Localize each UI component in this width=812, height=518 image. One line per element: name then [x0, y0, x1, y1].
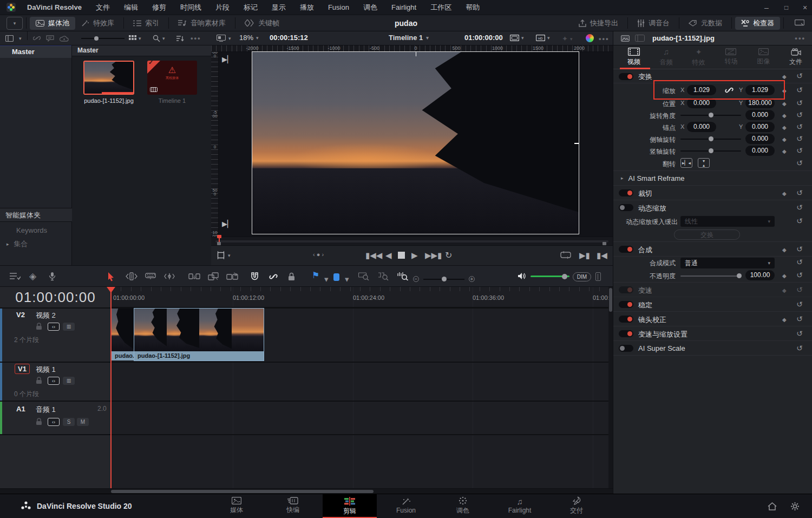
- v1-badge[interactable]: V1: [15, 364, 30, 374]
- razor-tool[interactable]: [145, 272, 156, 280]
- marker-icon[interactable]: [333, 273, 339, 281]
- rotation-reset-icon[interactable]: ↺: [796, 110, 803, 119]
- hscrollbar-thumb[interactable]: [111, 490, 374, 493]
- go-to-first-frame-button[interactable]: ▮◀◀: [365, 251, 382, 260]
- stop-button[interactable]: [398, 252, 405, 259]
- selection-tool[interactable]: [107, 272, 115, 281]
- volume-slider[interactable]: [531, 276, 569, 277]
- effects-library-button[interactable]: 特效库: [75, 17, 120, 30]
- tab-video[interactable]: 视频: [618, 45, 650, 69]
- transform-keyframe-icon[interactable]: ◆: [782, 74, 787, 80]
- composite-reset-icon[interactable]: ↺: [796, 245, 803, 253]
- stabilization-toggle[interactable]: [619, 301, 633, 308]
- timeline-zoom-slider[interactable]: [423, 279, 464, 280]
- retime-keyframe-icon[interactable]: ◆: [782, 287, 787, 293]
- meter-icon[interactable]: [595, 272, 601, 281]
- flip-vertical-button[interactable]: ▾▴: [698, 158, 710, 168]
- breadcrumb[interactable]: Master: [72, 45, 211, 56]
- ease-dropdown[interactable]: 线性▾: [680, 216, 775, 227]
- v2-filmstrip-button[interactable]: ▥: [63, 323, 75, 331]
- v2-lock-icon[interactable]: [36, 323, 42, 330]
- flag-chevron[interactable]: ▾: [324, 275, 329, 284]
- zoom-full-icon[interactable]: [378, 272, 389, 280]
- zoom-custom-icon[interactable]: [397, 272, 408, 280]
- tab-effects[interactable]: ✦特效: [683, 45, 715, 69]
- opacity-keyframe-icon[interactable]: ◆: [782, 273, 787, 279]
- scale-x-input[interactable]: 1.029: [687, 85, 716, 95]
- anchor-y-input[interactable]: 0.000: [745, 122, 775, 132]
- media-clip-pudao-name[interactable]: pudao-[1-1152].jpg: [68, 97, 149, 104]
- timeline-playhead-marker[interactable]: [107, 287, 115, 293]
- yaw-reset-icon[interactable]: ↺: [796, 146, 803, 155]
- opacity-reset-icon[interactable]: ↺: [796, 271, 803, 279]
- a1-badge[interactable]: A1: [16, 405, 25, 413]
- transform-toggle[interactable]: [619, 73, 633, 80]
- dynamic-zoom-toggle[interactable]: [619, 204, 633, 211]
- menu-mark[interactable]: 标记: [237, 3, 265, 12]
- scale-y-input[interactable]: 1.029: [745, 85, 775, 95]
- play-from-in-icon[interactable]: ▮◀: [597, 251, 607, 260]
- source-mode-button[interactable]: ▾: [217, 35, 231, 42]
- lens-correction-toggle[interactable]: [619, 316, 633, 323]
- index-button[interactable]: 索引: [127, 17, 165, 30]
- pitch-reset-icon[interactable]: ↺: [796, 134, 803, 143]
- home-icon[interactable]: [768, 502, 777, 510]
- menu-clip[interactable]: 片段: [208, 3, 237, 12]
- window-close-button[interactable]: ×: [803, 3, 807, 12]
- super-scale-toggle[interactable]: [619, 345, 633, 352]
- page-edit[interactable]: 剪辑: [323, 494, 377, 518]
- retime-scaling-toggle[interactable]: [619, 330, 633, 337]
- retime-scaling-reset-icon[interactable]: ↺: [796, 329, 803, 338]
- a1-mute-button[interactable]: M: [77, 418, 89, 426]
- pitch-keyframe-icon[interactable]: ◆: [782, 136, 787, 142]
- v1-autoselect-button[interactable]: ‹›: [48, 377, 60, 385]
- menu-view[interactable]: 显示: [265, 3, 293, 12]
- anchor-x-input[interactable]: 0.000: [687, 122, 716, 132]
- v2-badge[interactable]: V2: [16, 311, 25, 319]
- clip-image-icon[interactable]: [621, 35, 630, 42]
- zoom-fit-icon[interactable]: [358, 272, 369, 280]
- effects-toolbox-icon[interactable]: ◈: [29, 272, 36, 281]
- pitch-slider[interactable]: [680, 139, 741, 140]
- tab-image[interactable]: 图像: [747, 45, 780, 69]
- a1-lock-icon[interactable]: [36, 418, 42, 425]
- timeline-ruler[interactable]: 01:00:00:00 01:00:12:00 01:00:24:00 01:0…: [111, 287, 613, 307]
- position-x-input[interactable]: 0.000: [687, 98, 716, 108]
- play-to-out-icon[interactable]: ▶▮: [579, 251, 590, 260]
- viewer-image[interactable]: [252, 51, 579, 234]
- inspector-more-icon[interactable]: •••: [795, 34, 806, 42]
- marker-chevron[interactable]: ▾: [345, 275, 349, 284]
- dynamic-trim-tool[interactable]: [164, 272, 175, 280]
- opacity-input[interactable]: 100.00: [745, 270, 775, 280]
- zoom-out-button[interactable]: −: [413, 276, 419, 282]
- menu-fusion[interactable]: Fusion: [321, 3, 356, 11]
- mixer-button[interactable]: 调音台: [631, 17, 676, 30]
- composite-mode-reset-icon[interactable]: ↺: [796, 258, 803, 266]
- smart-bins-header[interactable]: 智能媒体夹: [0, 208, 72, 222]
- timeline-vscrollbar[interactable]: [608, 287, 613, 488]
- menu-workspace[interactable]: 工作区: [423, 3, 459, 12]
- composite-mode-dropdown[interactable]: 普通▾: [680, 258, 775, 268]
- yaw-slider[interactable]: [680, 150, 741, 152]
- v2-name[interactable]: 视频 2: [36, 311, 56, 320]
- insert-clip-icon[interactable]: [188, 272, 200, 281]
- opacity-slider[interactable]: [680, 276, 741, 277]
- v1-filmstrip-button[interactable]: ▥: [63, 377, 75, 385]
- tab-audio[interactable]: ♫音频: [650, 45, 683, 69]
- loop-range-icon[interactable]: [560, 251, 571, 259]
- viewer-zoom-select[interactable]: 18%▾: [239, 34, 259, 42]
- color-viewer-icon[interactable]: [586, 34, 594, 42]
- bin-master[interactable]: Master: [0, 45, 71, 58]
- speaker-icon[interactable]: [518, 272, 527, 280]
- play-reverse-button[interactable]: ◀: [385, 251, 392, 260]
- menu-timeline[interactable]: 时间线: [173, 3, 208, 12]
- media-pool-more-icon[interactable]: •••: [191, 34, 201, 42]
- clean-feed-icon[interactable]: [795, 19, 804, 27]
- go-to-last-frame-button[interactable]: ▶▶▮: [425, 251, 442, 260]
- window-maximize-button[interactable]: □: [784, 4, 788, 11]
- page-deliver[interactable]: 交付: [549, 494, 604, 517]
- a1-solo-button[interactable]: S: [63, 418, 75, 426]
- flip-horizontal-button[interactable]: ▸▏◂: [680, 158, 692, 168]
- trim-edit-tool[interactable]: [126, 272, 137, 280]
- super-scale-reset-icon[interactable]: ↺: [796, 344, 803, 352]
